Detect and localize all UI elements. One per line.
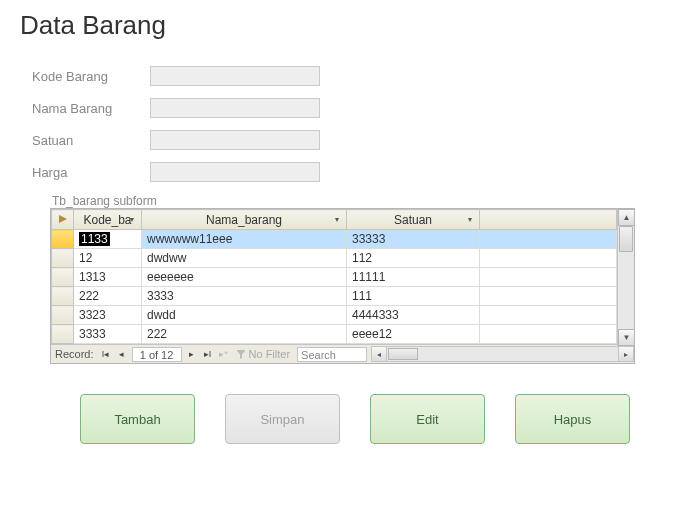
row-selector[interactable] bbox=[52, 306, 74, 325]
nav-filter-label: No Filter bbox=[249, 348, 291, 360]
nav-first-icon[interactable]: I◂ bbox=[98, 346, 114, 362]
scroll-right-icon[interactable]: ▸ bbox=[618, 347, 633, 361]
select-all-corner[interactable] bbox=[52, 210, 74, 230]
hscroll-thumb[interactable] bbox=[388, 348, 418, 360]
action-button-row: Tambah Simpan Edit Hapus bbox=[80, 394, 659, 444]
cell-nama[interactable]: dwdd bbox=[142, 306, 347, 325]
scroll-left-icon[interactable]: ◂ bbox=[372, 347, 387, 361]
funnel-icon bbox=[236, 350, 246, 359]
label-nama-barang: Nama Barang bbox=[20, 101, 150, 116]
cell-satuan[interactable]: eeee12 bbox=[347, 325, 480, 344]
nav-new-icon[interactable]: ▸* bbox=[216, 346, 232, 362]
column-header-extra bbox=[480, 210, 617, 230]
cell-nama[interactable]: wwwwww11eee bbox=[142, 230, 347, 249]
hapus-button[interactable]: Hapus bbox=[515, 394, 630, 444]
nav-filter[interactable]: No Filter bbox=[232, 348, 295, 360]
cell-kode[interactable]: 3323 bbox=[74, 306, 142, 325]
row-selector[interactable] bbox=[52, 287, 74, 306]
page-title: Data Barang bbox=[20, 10, 659, 41]
dropdown-icon[interactable]: ▾ bbox=[463, 212, 477, 226]
subform-label: Tb_barang subform bbox=[50, 194, 635, 208]
cell-satuan[interactable]: 112 bbox=[347, 249, 480, 268]
edit-button[interactable]: Edit bbox=[370, 394, 485, 444]
cell-nama[interactable]: dwdww bbox=[142, 249, 347, 268]
table-row[interactable]: 3323dwdd4444333 bbox=[52, 306, 617, 325]
column-header-satuan[interactable]: Satuan ▾ bbox=[347, 210, 480, 230]
cell-kode[interactable]: 3333 bbox=[74, 325, 142, 344]
cell-satuan[interactable]: 4444333 bbox=[347, 306, 480, 325]
input-harga[interactable] bbox=[150, 162, 320, 182]
nav-label: Record: bbox=[51, 348, 98, 360]
cell-satuan[interactable]: 111 bbox=[347, 287, 480, 306]
label-harga: Harga bbox=[20, 165, 150, 180]
cell-extra bbox=[480, 306, 617, 325]
cell-nama[interactable]: 222 bbox=[142, 325, 347, 344]
input-kode-barang[interactable] bbox=[150, 66, 320, 86]
scroll-thumb[interactable] bbox=[619, 226, 633, 252]
dropdown-icon[interactable]: ▾ bbox=[330, 212, 344, 226]
nav-last-icon[interactable]: ▸I bbox=[200, 346, 216, 362]
row-selector[interactable] bbox=[52, 249, 74, 268]
column-header-satuan-label: Satuan bbox=[394, 213, 432, 227]
datasheet-grid: Kode_ba ▾ Nama_barang ▾ Satuan ▾ 1133www… bbox=[50, 208, 635, 364]
cell-extra bbox=[480, 287, 617, 306]
row-selector[interactable] bbox=[52, 268, 74, 287]
table-row[interactable]: 1133wwwwww11eee33333 bbox=[52, 230, 617, 249]
row-selector[interactable] bbox=[52, 325, 74, 344]
nav-prev-icon[interactable]: ◂ bbox=[114, 346, 130, 362]
nav-search-input[interactable]: Search bbox=[297, 347, 367, 362]
horizontal-scrollbar[interactable]: ◂ ▸ bbox=[371, 346, 634, 362]
table-row[interactable]: 12dwdww112 bbox=[52, 249, 617, 268]
cell-extra bbox=[480, 268, 617, 287]
simpan-button[interactable]: Simpan bbox=[225, 394, 340, 444]
nav-next-icon[interactable]: ▸ bbox=[184, 346, 200, 362]
cell-kode[interactable]: 1133 bbox=[74, 230, 142, 249]
cell-satuan[interactable]: 11111 bbox=[347, 268, 480, 287]
tambah-button[interactable]: Tambah bbox=[80, 394, 195, 444]
cell-kode[interactable]: 12 bbox=[74, 249, 142, 268]
column-header-nama-label: Nama_barang bbox=[206, 213, 282, 227]
input-nama-barang[interactable] bbox=[150, 98, 320, 118]
cell-extra bbox=[480, 249, 617, 268]
table-row[interactable]: 1313eeeeeee11111 bbox=[52, 268, 617, 287]
cell-kode[interactable]: 1313 bbox=[74, 268, 142, 287]
scroll-up-icon[interactable]: ▲ bbox=[618, 209, 635, 226]
cell-satuan[interactable]: 33333 bbox=[347, 230, 480, 249]
vertical-scrollbar[interactable]: ▲ ▼ bbox=[617, 209, 634, 346]
cell-extra bbox=[480, 325, 617, 344]
cell-nama[interactable]: 3333 bbox=[142, 287, 347, 306]
cell-nama[interactable]: eeeeeee bbox=[142, 268, 347, 287]
form-area: Kode Barang Nama Barang Satuan Harga bbox=[20, 66, 659, 182]
label-kode-barang: Kode Barang bbox=[20, 69, 150, 84]
cell-extra bbox=[480, 230, 617, 249]
record-navigator: Record: I◂ ◂ 1 of 12 ▸ ▸I ▸* No Filter S… bbox=[51, 344, 634, 363]
dropdown-icon[interactable]: ▾ bbox=[125, 212, 139, 226]
label-satuan: Satuan bbox=[20, 133, 150, 148]
cell-kode[interactable]: 222 bbox=[74, 287, 142, 306]
table-row[interactable]: 2223333111 bbox=[52, 287, 617, 306]
input-satuan[interactable] bbox=[150, 130, 320, 150]
column-header-nama[interactable]: Nama_barang ▾ bbox=[142, 210, 347, 230]
nav-counter[interactable]: 1 of 12 bbox=[132, 347, 182, 362]
scroll-down-icon[interactable]: ▼ bbox=[618, 329, 635, 346]
column-header-kode[interactable]: Kode_ba ▾ bbox=[74, 210, 142, 230]
table-row[interactable]: 3333222eeee12 bbox=[52, 325, 617, 344]
row-selector[interactable] bbox=[52, 230, 74, 249]
